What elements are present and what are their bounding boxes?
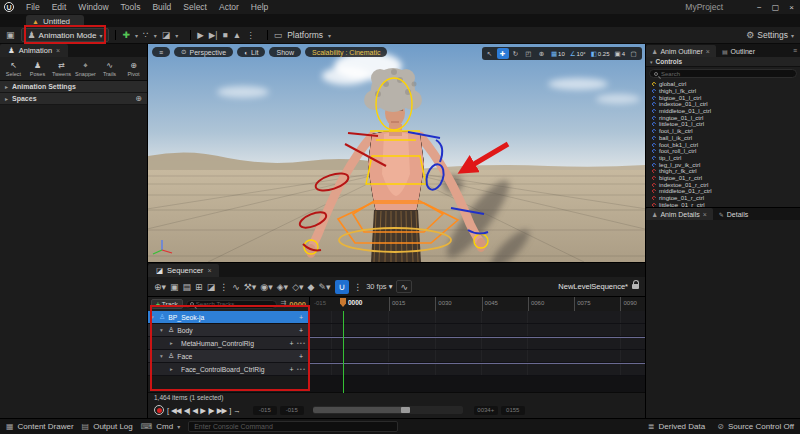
- animation-tool-button[interactable]: ↖ Select: [2, 61, 25, 77]
- panel-menu-icon[interactable]: ≡: [793, 47, 797, 54]
- blueprint-icon[interactable]: ∵: [143, 30, 149, 40]
- control-tree-item[interactable]: indextoe_01_l_ctrl: [652, 101, 800, 108]
- track-row[interactable]: ▾ ♙ Face +: [148, 350, 645, 363]
- control-tree-item[interactable]: littletoe_01_l_ctrl: [652, 121, 800, 128]
- minimize-button[interactable]: −: [757, 3, 762, 12]
- expander-icon[interactable]: ▾: [160, 353, 165, 359]
- track-timeline[interactable]: [310, 337, 645, 350]
- tab-anim-outliner[interactable]: ♟ Anim Outliner ×: [646, 45, 716, 57]
- track-add-icon[interactable]: +: [290, 366, 294, 373]
- controls-section-header[interactable]: ▾ Controls: [646, 57, 800, 67]
- timeline-scrollbar[interactable]: [313, 406, 463, 414]
- menu-item[interactable]: Tools: [121, 2, 141, 12]
- control-tree-item[interactable]: foot_roll_l_ctrl: [652, 148, 800, 155]
- control-tree-item[interactable]: ball_l_ik_ctrl: [652, 135, 800, 142]
- sequencer-tool-icon[interactable]: ∿: [232, 282, 240, 292]
- expander-icon[interactable]: ▸: [170, 366, 175, 372]
- animation-tool-button[interactable]: ⇄ Tweens: [50, 61, 73, 77]
- transport-button[interactable]: ]: [229, 406, 230, 415]
- animation-tool-button[interactable]: ⊕ Pivot: [122, 61, 145, 77]
- viewport-tool-button[interactable]: ✚: [497, 48, 509, 59]
- track-options-icon[interactable]: •••: [297, 366, 306, 372]
- sequencer-tool-icon[interactable]: ⊞: [195, 282, 203, 292]
- sequencer-tool-icon[interactable]: ∪: [335, 280, 350, 294]
- view-range-end[interactable]: 0155: [501, 406, 525, 415]
- show-dropdown[interactable]: Show: [269, 47, 301, 57]
- add-actor-icon[interactable]: ✚: [122, 30, 130, 40]
- sequencer-tool-icon[interactable]: ✎▾: [319, 282, 331, 292]
- content-drawer-button[interactable]: ▦ Content Drawer: [6, 422, 74, 431]
- viewport-tool-button[interactable]: ▢: [628, 48, 640, 59]
- track-bar[interactable]: [310, 337, 645, 338]
- track-row[interactable]: ▸ Face_ControlBoard_CtrlRig + •••: [148, 363, 645, 376]
- add-track-button[interactable]: +Track: [151, 299, 183, 309]
- lit-dropdown[interactable]: ◐Lit: [237, 47, 265, 57]
- sequencer-tool-icon[interactable]: ◪: [207, 282, 216, 292]
- viewport-tool-button[interactable]: ∠ 10°: [568, 48, 588, 59]
- tab-animation[interactable]: ♟ Animation ×: [0, 44, 68, 57]
- tab-outliner[interactable]: ▤ Outliner: [716, 45, 761, 57]
- menu-item[interactable]: Build: [152, 2, 171, 12]
- animation-tool-button[interactable]: ∿ Trails: [98, 61, 121, 77]
- viewport-tool-button[interactable]: ▦ 10: [549, 48, 567, 59]
- transport-button[interactable]: ▶: [200, 406, 205, 415]
- sequencer-tool-icon[interactable]: ⋮: [353, 282, 362, 292]
- scalability-badge[interactable]: Scalability : Cinematic: [305, 47, 387, 57]
- control-tree-item[interactable]: foot_l_ik_ctrl: [652, 128, 800, 135]
- transport-button[interactable]: ◀: [192, 406, 197, 415]
- console-command-input[interactable]: [188, 421, 398, 432]
- play-from-here-button[interactable]: ▶|: [209, 30, 218, 40]
- sequencer-tool-icon[interactable]: ◇▾: [292, 282, 303, 292]
- timeline-ruler[interactable]: -015 001500300045006000750090 0000: [310, 297, 645, 311]
- lock-icon[interactable]: [632, 284, 639, 289]
- sequencer-tool-icon[interactable]: ⋮: [219, 282, 228, 292]
- track-row[interactable]: ▾ ♙ BP_Seok-ja +: [148, 311, 645, 324]
- derived-data-button[interactable]: ≣ Derived Data: [648, 422, 705, 431]
- viewport-tool-button[interactable]: ⊕: [536, 48, 548, 59]
- animation-mode-dropdown[interactable]: ♟ Animation Mode ▾: [21, 28, 110, 42]
- working-range-start[interactable]: -015: [280, 406, 304, 415]
- transport-button[interactable]: ◀◀: [171, 406, 181, 415]
- perspective-dropdown[interactable]: ⊙Perspective: [174, 47, 233, 57]
- tab-details[interactable]: ✎ Details: [713, 208, 754, 220]
- menu-item[interactable]: File: [26, 2, 40, 12]
- tab-anim-details[interactable]: ♟ Anim Details ×: [646, 208, 713, 220]
- track-timeline[interactable]: [310, 350, 645, 363]
- launch-button[interactable]: ▲: [233, 30, 241, 40]
- track-timeline[interactable]: [310, 311, 645, 324]
- transport-button[interactable]: [: [167, 406, 168, 415]
- track-row[interactable]: ▾ ♙ Body +: [148, 324, 645, 337]
- sequencer-tool-icon[interactable]: ⊕▾: [154, 282, 166, 292]
- tab-untitled[interactable]: ▲ Untitled: [26, 15, 84, 27]
- view-range-start[interactable]: -015: [253, 406, 277, 415]
- viewport-menu-button[interactable]: ≡: [152, 47, 170, 57]
- working-range-end[interactable]: 0034+: [474, 406, 498, 415]
- record-button[interactable]: [154, 405, 164, 415]
- controls-search-input[interactable]: [649, 69, 797, 78]
- sequencer-tool-icon[interactable]: ▣: [170, 282, 179, 292]
- track-timeline[interactable]: [310, 363, 645, 376]
- platforms-dropdown[interactable]: Platforms: [287, 30, 323, 40]
- viewport-tool-button[interactable]: ↖: [484, 48, 496, 59]
- playhead-marker[interactable]: [340, 298, 346, 307]
- viewport-tool-button[interactable]: ▣ 4: [613, 48, 628, 59]
- close-icon[interactable]: ×: [56, 47, 60, 54]
- close-icon[interactable]: ×: [207, 267, 211, 274]
- animation-tool-button[interactable]: ♟ Poses: [26, 61, 49, 77]
- play-button[interactable]: ▶: [197, 30, 204, 40]
- menu-item[interactable]: Select: [183, 2, 207, 12]
- track-add-icon[interactable]: +: [299, 353, 303, 360]
- stop-button[interactable]: ■: [223, 30, 228, 40]
- transport-button[interactable]: →: [233, 406, 240, 415]
- expander-icon[interactable]: ▸: [170, 340, 175, 346]
- track-add-icon[interactable]: +: [299, 314, 303, 321]
- spaces-add-icon[interactable]: ⊕: [135, 94, 142, 103]
- section-spaces[interactable]: ▸ Spaces ⊕: [0, 93, 147, 105]
- playhead-line[interactable]: [343, 311, 344, 393]
- sequencer-tool-icon[interactable]: ∿: [396, 280, 412, 293]
- transport-button[interactable]: ▶▶: [217, 406, 227, 415]
- current-frame-field[interactable]: 0000: [289, 300, 306, 309]
- expander-icon[interactable]: ▾: [151, 314, 156, 320]
- control-tree-item[interactable]: foot_bk1_l_ctrl: [652, 141, 800, 148]
- viewport-3d[interactable]: ≡ ⊙Perspective ◐Lit Show Scalability : C…: [148, 44, 645, 262]
